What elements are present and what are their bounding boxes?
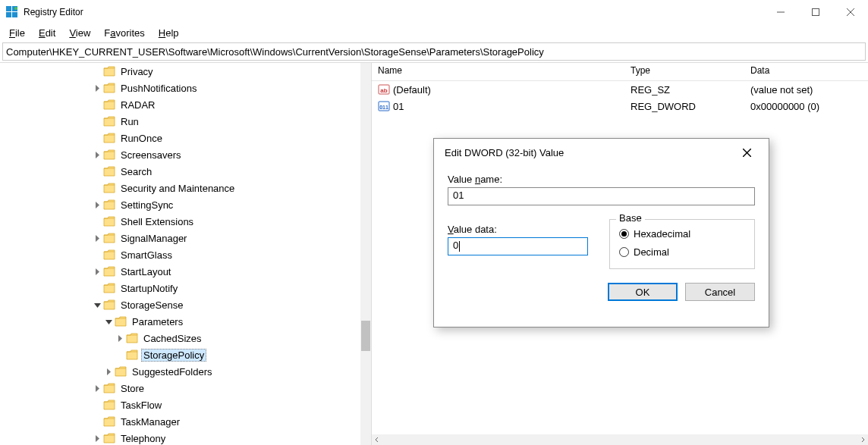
expander-spacer [114, 349, 126, 361]
tree-item[interactable]: Privacy [0, 63, 360, 80]
address-bar[interactable]: Computer\HKEY_CURRENT_USER\Software\Micr… [2, 42, 866, 61]
chevron-right-icon[interactable] [91, 82, 103, 94]
value-data-label: Value data: [448, 224, 588, 235]
tree-item-label: TaskManager [118, 415, 182, 428]
minimize-button[interactable] [763, 1, 798, 24]
scroll-right-button[interactable] [857, 434, 868, 445]
tree-item[interactable]: Screensavers [0, 146, 360, 163]
menu-favorites[interactable]: Favorites [98, 26, 150, 40]
tree-item[interactable]: Security and Maintenance [0, 180, 360, 196]
chevron-right-icon[interactable] [102, 365, 115, 378]
value-name-input[interactable]: 01 [448, 187, 755, 205]
folder-icon [103, 83, 115, 93]
tree-item[interactable]: Store [0, 380, 360, 396]
list-horizontal-scrollbar[interactable] [372, 434, 868, 445]
folder-icon [103, 233, 115, 243]
tree-item[interactable]: TaskManager [0, 413, 360, 430]
column-name[interactable]: Name [372, 63, 624, 80]
menu-view[interactable]: View [63, 26, 96, 40]
dialog-title-bar[interactable]: Edit DWORD (32-bit) Value [434, 139, 769, 166]
tree-item-label: Store [118, 382, 146, 395]
svg-point-4 [14, 7, 17, 10]
tree-item[interactable]: StorageSense [0, 296, 360, 313]
list-header: Name Type Data [372, 63, 868, 81]
expander-spacer [91, 415, 103, 428]
radio-decimal[interactable]: Decimal [619, 243, 745, 261]
tree-scrollbar-thumb[interactable] [361, 321, 370, 351]
tree-item[interactable]: Telephony [0, 430, 360, 445]
value-data: (value not set) [744, 84, 868, 96]
chevron-down-icon[interactable] [91, 299, 103, 311]
tree-item-label: Shell Extensions [118, 215, 196, 228]
title-bar: Registry Editor [0, 0, 868, 24]
tree-item[interactable]: SignalManager [0, 230, 360, 246]
tree-item[interactable]: SmartGlass [0, 246, 360, 263]
scroll-track[interactable] [382, 434, 857, 445]
svg-rect-3 [12, 12, 17, 17]
svg-rect-6 [813, 9, 819, 16]
value-name: (Default) [393, 84, 431, 96]
tree-item[interactable]: CachedSizes [0, 330, 360, 346]
radio-hexadecimal[interactable]: Hexadecimal [619, 224, 745, 243]
folder-icon [115, 316, 127, 327]
tree-item[interactable]: SettingSync [0, 196, 360, 213]
value-data-input[interactable]: 0 [448, 237, 588, 255]
tree-item-label: TaskFlow [118, 399, 164, 412]
tree-item-label: SettingSync [118, 199, 175, 212]
tree-item[interactable]: PushNotifications [0, 80, 360, 96]
scroll-left-button[interactable] [372, 434, 382, 445]
tree-scrollbar[interactable] [360, 63, 371, 445]
menu-bar: File Edit View Favorites Help [0, 24, 868, 41]
tree-item[interactable]: SuggestedFolders [0, 363, 360, 380]
chevron-right-icon[interactable] [91, 149, 103, 161]
tree-item[interactable]: Shell Extensions [0, 213, 360, 230]
tree-item-label: SignalManager [118, 232, 189, 245]
chevron-down-icon[interactable] [102, 315, 115, 327]
radio-dec-icon [619, 247, 629, 257]
radio-dec-label: Decimal [634, 246, 669, 258]
tree-item[interactable]: StoragePolicy [0, 346, 360, 363]
chevron-right-icon[interactable] [91, 199, 103, 211]
chevron-right-icon[interactable] [91, 382, 103, 394]
registry-tree[interactable]: PrivacyPushNotificationsRADARRunRunOnceS… [0, 63, 360, 445]
tree-item-label: Screensavers [118, 149, 183, 161]
value-name-label: Value name: [448, 174, 755, 185]
value-type: REG_SZ [624, 84, 744, 96]
dialog-close-button[interactable] [735, 143, 758, 161]
value-name: 01 [393, 101, 404, 112]
maximize-button[interactable] [798, 1, 833, 24]
list-row[interactable]: 01101REG_DWORD0x00000000 (0) [372, 98, 868, 114]
list-row[interactable]: ab(Default)REG_SZ(value not set) [372, 81, 868, 98]
menu-edit[interactable]: Edit [33, 26, 61, 40]
tree-item[interactable]: Parameters [0, 313, 360, 330]
expander-spacer [91, 249, 103, 261]
column-type[interactable]: Type [624, 63, 744, 80]
tree-item[interactable]: Run [0, 113, 360, 130]
chevron-right-icon[interactable] [91, 432, 103, 444]
tree-item[interactable]: RADAR [0, 96, 360, 113]
ok-button[interactable]: OK [608, 283, 678, 301]
tree-item-label: PushNotifications [118, 82, 199, 95]
tree-item[interactable]: StartupNotify [0, 280, 360, 296]
menu-file[interactable]: File [3, 26, 31, 40]
folder-icon [103, 116, 115, 127]
chevron-right-icon[interactable] [91, 265, 103, 277]
chevron-right-icon[interactable] [114, 332, 126, 344]
menu-help[interactable]: Help [153, 26, 185, 40]
tree-item[interactable]: StartLayout [0, 263, 360, 280]
chevron-right-icon[interactable] [91, 232, 103, 244]
tree-item-label: Parameters [130, 315, 185, 328]
tree-item[interactable]: Search [0, 163, 360, 180]
folder-icon [103, 283, 115, 293]
folder-icon [115, 366, 127, 377]
tree-item[interactable]: RunOnce [0, 130, 360, 146]
string-value-icon: ab [378, 83, 390, 96]
close-button[interactable] [833, 1, 868, 24]
expander-spacer [91, 165, 103, 177]
expander-spacer [91, 282, 103, 294]
tree-item-label: Security and Maintenance [118, 182, 237, 195]
column-data[interactable]: Data [744, 63, 868, 80]
folder-icon [103, 199, 115, 210]
tree-item[interactable]: TaskFlow [0, 396, 360, 413]
cancel-button[interactable]: Cancel [685, 283, 755, 301]
